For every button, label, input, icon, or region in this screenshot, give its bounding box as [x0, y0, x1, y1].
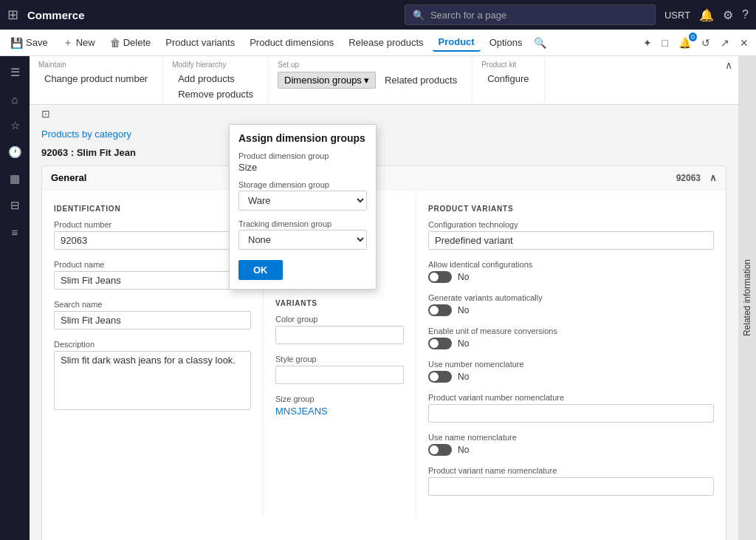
record-id: 92063	[676, 173, 701, 183]
generate-variants-field: Generate variants automatically No	[428, 293, 714, 316]
modify-label: Modify hierarchy	[172, 59, 226, 69]
assign-storage-dim-label: Storage dimension group	[230, 177, 376, 191]
breadcrumb: Products by category	[30, 123, 738, 143]
config-tech-input[interactable]	[428, 231, 714, 250]
save-icon: 💾	[10, 37, 23, 49]
dimension-groups-button[interactable]: Dimension groups ▾	[278, 72, 376, 89]
description-label: Description	[54, 340, 251, 349]
user-label: USRT	[664, 10, 690, 21]
size-group-field: Size group MNSJEANS	[275, 394, 404, 417]
breadcrumb-text[interactable]: Products by category	[41, 129, 131, 140]
product-variants-title: PRODUCT VARIANTS	[428, 205, 714, 213]
product-variant-name-input[interactable]	[428, 477, 714, 496]
product-variant-number-label: Product variant number nomenclature	[428, 393, 714, 402]
help-icon[interactable]: ?	[742, 8, 749, 21]
assign-ok-button[interactable]: OK	[238, 260, 283, 280]
identification-title: IDENTIFICATION	[54, 205, 251, 213]
enable-uom-value: No	[458, 338, 469, 349]
use-number-toggle[interactable]	[428, 371, 452, 383]
change-product-number-button[interactable]: Change product number	[38, 72, 154, 86]
filter-icon[interactable]: ⊡	[41, 108, 50, 120]
top-bar-right: USRT 🔔 ⚙ ?	[664, 8, 749, 22]
configure-button[interactable]: Configure	[481, 72, 535, 86]
product-number-input[interactable]	[54, 231, 251, 250]
new-icon: ＋	[63, 36, 73, 49]
product-name-field: Product name	[54, 260, 251, 290]
collapse-section-icon[interactable]: ∧	[709, 172, 717, 183]
general-section-header: General 92063 ∧	[42, 166, 726, 190]
sidebar-filter-icon[interactable]: ⊟	[3, 194, 27, 217]
allow-identical-toggle[interactable]	[428, 271, 452, 283]
refresh-icon[interactable]: ↺	[698, 34, 713, 52]
color-group-field: Color group	[275, 315, 404, 344]
collapse-ribbon-icon[interactable]: ∧	[725, 59, 732, 71]
form-card: General 92063 ∧ IDENTIFICATION Product n…	[41, 165, 726, 540]
maintain-label: Maintain	[38, 59, 66, 69]
enable-uom-field: Enable unit of measure conversions No	[428, 327, 714, 349]
generate-variants-toggle[interactable]	[428, 304, 452, 316]
use-name-toggle[interactable]	[428, 444, 452, 456]
product-name-label: Product name	[54, 260, 251, 269]
related-products-button[interactable]: Related products	[379, 73, 463, 87]
gear-icon[interactable]: ⚙	[723, 8, 733, 22]
notification-badge[interactable]: 🔔0	[676, 34, 694, 52]
sidebar-calendar-icon[interactable]: ▦	[3, 167, 27, 191]
setup-label: Set up	[278, 59, 299, 69]
color-group-label: Color group	[275, 315, 404, 324]
description-field: Description Slim fit dark wash jeans for…	[54, 340, 251, 412]
main-layout: ☰ ⌂ ☆ 🕐 ▦ ⊟ ≡ Maintain Change product nu…	[0, 56, 756, 540]
action-bar: 💾 Save ＋ New 🗑 Delete Product variants P…	[0, 30, 756, 56]
product-tab[interactable]: Product	[433, 33, 481, 52]
size-group-value[interactable]: MNSJEANS	[275, 406, 404, 417]
product-variants-button[interactable]: Product variants	[159, 34, 241, 51]
product-number-label: Product number	[54, 220, 251, 229]
add-products-button[interactable]: Add products	[172, 72, 241, 86]
delete-button[interactable]: 🗑 Delete	[104, 34, 157, 52]
sidebar-star-icon[interactable]: ☆	[3, 114, 27, 137]
page-title: 92063 : Slim Fit Jean	[30, 143, 738, 165]
description-input[interactable]: Slim fit dark wash jeans for a classy lo…	[54, 351, 251, 410]
assign-product-dim-value: Size	[230, 162, 376, 177]
search-name-input[interactable]	[54, 311, 251, 329]
toggle-knob	[430, 273, 439, 281]
delete-icon: 🗑	[110, 37, 120, 49]
related-information-panel[interactable]: Related information	[738, 56, 756, 540]
remove-products-button[interactable]: Remove products	[172, 87, 259, 101]
options-tab[interactable]: Options	[484, 34, 529, 51]
bell-icon[interactable]: 🔔	[699, 8, 714, 22]
color-group-input[interactable]	[275, 326, 404, 344]
product-name-input[interactable]	[54, 271, 251, 290]
general-label: General	[51, 172, 86, 183]
release-products-button[interactable]: Release products	[343, 34, 429, 51]
style-group-field: Style group	[275, 355, 404, 384]
enable-uom-label: Enable unit of measure conversions	[428, 327, 714, 335]
action-bar-right: ✦ □ 🔔0 ↺ ↗ ✕	[640, 34, 752, 52]
toggle-knob-3	[430, 339, 439, 348]
sidebar-home-icon[interactable]: ⌂	[3, 87, 27, 111]
personalize-icon[interactable]: ✦	[640, 34, 655, 52]
open-icon[interactable]: ↗	[718, 34, 732, 52]
content-area: Maintain Change product number Modify hi…	[30, 56, 738, 540]
app-icon[interactable]: □	[659, 34, 671, 52]
close-icon[interactable]: ✕	[737, 34, 752, 52]
assign-storage-dim-select[interactable]: Ware None Standard	[238, 191, 367, 211]
assign-product-dim-label: Product dimension group	[230, 148, 376, 162]
sidebar-list-icon[interactable]: ≡	[3, 220, 27, 244]
use-name-value: No	[458, 445, 469, 455]
product-variant-number-input[interactable]	[428, 404, 714, 423]
sidebar-clock-icon[interactable]: 🕐	[3, 140, 27, 164]
grid-icon[interactable]: ⊞	[7, 7, 18, 23]
product-variant-name-label: Product variant name nomenclature	[428, 466, 714, 475]
product-dimensions-button[interactable]: Product dimensions	[244, 34, 340, 51]
style-group-input[interactable]	[275, 366, 404, 384]
enable-uom-toggle[interactable]	[428, 338, 452, 349]
search-name-field: Search name	[54, 300, 251, 329]
sidebar-menu-icon[interactable]: ☰	[3, 61, 27, 84]
ribbon-area: Maintain Change product number Modify hi…	[30, 56, 738, 105]
modify-group: Modify hierarchy Add products Remove pro…	[163, 56, 269, 104]
search-action-icon[interactable]: 🔍	[534, 37, 546, 49]
search-box[interactable]: 🔍 Search for a page	[405, 4, 656, 25]
assign-tracking-dim-select[interactable]: None Standard	[238, 230, 367, 250]
save-button[interactable]: 💾 Save	[4, 34, 54, 52]
new-button[interactable]: ＋ New	[57, 33, 101, 52]
